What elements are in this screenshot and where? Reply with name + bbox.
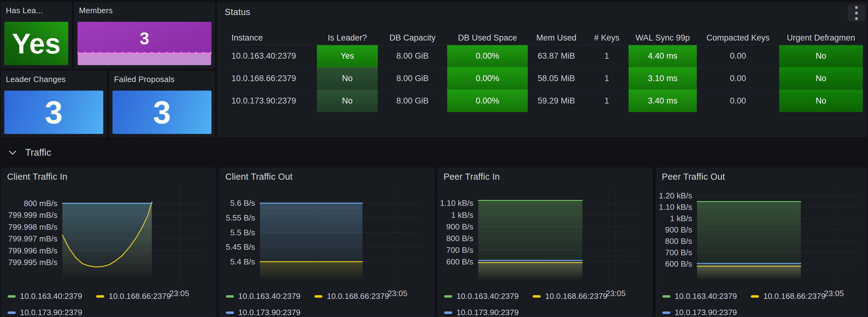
- legend-series-dash: [662, 312, 670, 314]
- y-axis-tick-label: 800 B/s: [656, 236, 692, 246]
- legend-item[interactable]: 10.0.168.66:2379: [314, 291, 389, 301]
- panel-peer-traffic-in: Peer Traffic In 1.10 kB/s1 kB/s900 B/s80…: [438, 168, 652, 317]
- column-header[interactable]: DB Used Space: [447, 31, 528, 45]
- table-cell: 8.00 GiB: [378, 90, 447, 112]
- y-axis-tick-label: 900 B/s: [656, 225, 692, 235]
- traffic-section-label: Traffic: [25, 147, 51, 158]
- panel-title[interactable]: Client Traffic In: [7, 172, 67, 182]
- legend-series-label: 10.0.163.40:2379: [457, 291, 519, 301]
- panel-title[interactable]: Client Traffic Out: [225, 172, 292, 182]
- column-header[interactable]: Is Leader?: [317, 31, 378, 45]
- panel-leader-changes: Leader Changes 3: [1, 71, 106, 137]
- stat-value: 3: [140, 30, 149, 47]
- legend-item[interactable]: 10.0.168.66:2379: [533, 291, 607, 301]
- legend-series-label: 10.0.168.66:2379: [763, 291, 825, 301]
- legend-item[interactable]: 10.0.168.66:2379: [751, 291, 825, 301]
- table-cell: 59.29 MiB: [528, 90, 585, 112]
- column-header[interactable]: Urgent Defragmen: [779, 31, 863, 45]
- legend-series-dash: [226, 295, 234, 298]
- legend-series-dash: [533, 295, 541, 298]
- table-cell: 58.05 MiB: [528, 67, 585, 90]
- y-axis-tick-label: 799.996 mB/s: [2, 246, 58, 256]
- panel-has-leader: Has Lea... Yes: [1, 2, 71, 68]
- panel-title[interactable]: Leader Changes: [6, 75, 66, 84]
- y-axis-tick-label: 799.997 mB/s: [2, 234, 58, 244]
- column-header[interactable]: WAL Sync 99p: [628, 31, 697, 45]
- chevron-down-icon: [9, 150, 17, 155]
- column-header[interactable]: Compacted Keys: [697, 31, 779, 45]
- panel-members: Members 3: [74, 2, 215, 68]
- stat-value: Yes: [12, 30, 61, 58]
- panel-peer-traffic-out: Peer Traffic Out 1.20 kB/s1.10 kB/s1 kB/…: [656, 168, 867, 317]
- kebab-menu-icon[interactable]: [848, 4, 865, 22]
- chart-legend: 10.0.163.40:237910.0.168.66:237910.0.173…: [226, 291, 410, 317]
- panel-failed-proposals: Failed Proposals 3: [110, 71, 215, 137]
- table-cell: Yes: [317, 45, 378, 67]
- panel-title[interactable]: Peer Traffic In: [443, 172, 500, 182]
- legend-item[interactable]: 10.0.163.40:2379: [444, 291, 519, 301]
- y-axis-tick-label: 5.55 B/s: [220, 213, 255, 223]
- table-header-row: InstanceIs Leader?DB CapacityDB Used Spa…: [228, 31, 863, 45]
- table-cell: 0.00%: [447, 45, 528, 67]
- table-cell: 4.40 ms: [628, 45, 697, 67]
- column-header[interactable]: # Keys: [585, 31, 628, 45]
- table-row: 10.0.173.90:2379No8.00 GiB0.00%59.29 MiB…: [228, 90, 863, 112]
- panel-title[interactable]: Failed Proposals: [114, 75, 175, 84]
- table-cell: 0.00: [697, 90, 779, 112]
- chart-plot-area[interactable]: [62, 193, 205, 280]
- table-cell: 1: [585, 90, 628, 112]
- legend-item[interactable]: 10.0.173.90:2379: [226, 308, 300, 317]
- panel-title[interactable]: Peer Traffic Out: [662, 172, 725, 182]
- legend-item[interactable]: 10.0.163.40:2379: [8, 291, 82, 301]
- legend-series-label: 10.0.163.40:2379: [238, 291, 300, 301]
- table-row: 10.0.163.40:2379Yes8.00 GiB0.00%63.87 Mi…: [228, 45, 863, 67]
- y-axis-tick-label: 1.10 kB/s: [656, 202, 692, 212]
- legend-item[interactable]: 10.0.173.90:2379: [444, 308, 519, 317]
- table-cell: No: [317, 90, 378, 112]
- table-cell: 3.10 ms: [628, 67, 697, 90]
- y-axis-tick-label: 1 kB/s: [438, 211, 473, 220]
- table-cell: 0.00%: [447, 90, 528, 112]
- panel-status: Status InstanceIs Leader?DB CapacityDB U…: [218, 2, 867, 137]
- legend-series-dash: [662, 295, 670, 298]
- chart-plot-area[interactable]: [478, 193, 641, 280]
- legend-series-label: 10.0.173.90:2379: [238, 308, 300, 317]
- table-cell: 0.00%: [447, 67, 528, 90]
- table-row: 10.0.168.66:2379No8.00 GiB0.00%58.05 MiB…: [228, 67, 863, 90]
- stat-background: 3: [78, 22, 212, 65]
- legend-series-label: 10.0.173.90:2379: [457, 308, 519, 317]
- legend-item[interactable]: 10.0.163.40:2379: [662, 291, 737, 301]
- y-axis-tick-label: 700 B/s: [656, 248, 692, 257]
- legend-series-label: 10.0.168.66:2379: [545, 291, 607, 301]
- column-header[interactable]: DB Capacity: [378, 31, 447, 45]
- legend-item[interactable]: 10.0.173.90:2379: [8, 308, 82, 317]
- panel-title[interactable]: Has Lea...: [6, 6, 43, 15]
- table-cell: 10.0.163.40:2379: [228, 45, 317, 67]
- table-cell: 8.00 GiB: [378, 67, 447, 90]
- column-header[interactable]: Instance: [228, 31, 317, 45]
- stat-background: 3: [4, 91, 103, 134]
- grafana-etcd-dashboard: { "colors": { "green_series": "#73BF69",…: [0, 0, 868, 317]
- legend-series-dash: [96, 295, 104, 298]
- stat-value: 3: [45, 96, 63, 128]
- table-cell: No: [317, 67, 378, 90]
- chart-legend: 10.0.163.40:237910.0.168.66:237910.0.173…: [444, 291, 628, 317]
- panel-title[interactable]: Members: [79, 6, 113, 15]
- panel-title[interactable]: Status: [225, 7, 250, 17]
- legend-item[interactable]: 10.0.173.90:2379: [662, 308, 737, 317]
- chart-legend: 10.0.163.40:237910.0.168.66:237910.0.173…: [662, 291, 847, 317]
- column-header[interactable]: Mem Used: [528, 31, 585, 45]
- y-axis-tick-label: 799.998 mB/s: [2, 222, 58, 232]
- legend-item[interactable]: 10.0.163.40:2379: [226, 291, 300, 301]
- chart-plot-area[interactable]: [260, 193, 423, 280]
- legend-series-label: 10.0.173.90:2379: [675, 308, 737, 317]
- legend-series-label: 10.0.168.66:2379: [108, 291, 170, 301]
- stat-background: 3: [113, 91, 212, 134]
- traffic-section-header[interactable]: Traffic: [9, 142, 51, 163]
- legend-series-dash: [444, 295, 452, 298]
- legend-item[interactable]: 10.0.168.66:2379: [96, 291, 170, 301]
- legend-series-label: 10.0.163.40:2379: [675, 291, 737, 301]
- table-cell: No: [779, 90, 863, 112]
- chart-plot-area[interactable]: [697, 193, 859, 280]
- status-table: InstanceIs Leader?DB CapacityDB Used Spa…: [228, 31, 863, 112]
